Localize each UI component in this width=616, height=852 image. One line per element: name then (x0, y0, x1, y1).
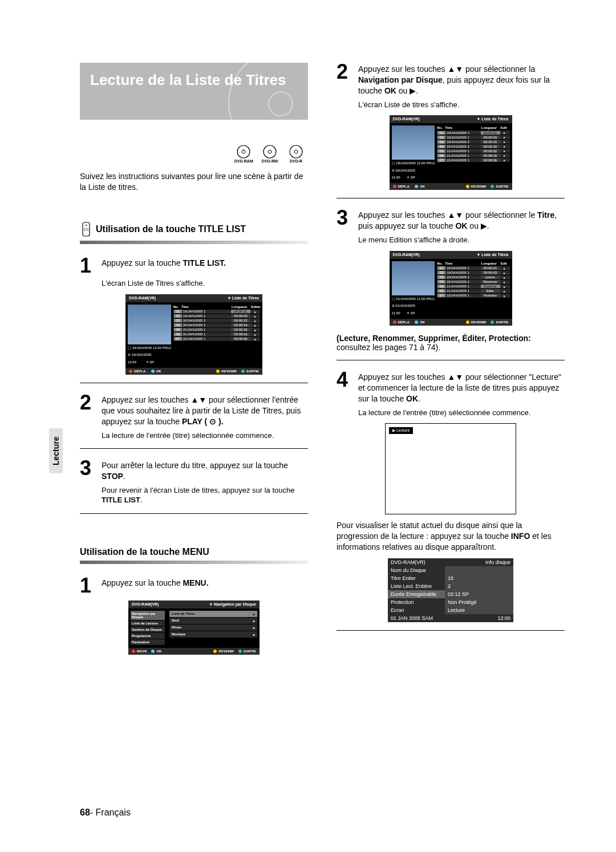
osd-preview-image (392, 125, 435, 160)
osd-row: 0219/JAN/2005 100:00:03▸ (437, 271, 509, 275)
nav-side-item: Programme (131, 633, 165, 639)
infodisc-row: Durée Enregistrable02:12 SP (388, 590, 513, 598)
intro-text: Suivez les instructions suivantes pour l… (80, 171, 308, 193)
step-2-sub: La lecture de l'entrée (titre) sélection… (102, 431, 308, 441)
page-number: 68 (80, 808, 90, 817)
osd-row: 0621/JAN/2005 100:08:16▸ (437, 153, 509, 157)
nav-main-item: Photo▸ (169, 624, 257, 631)
nav-side-item: Navigation par Disque (131, 611, 165, 620)
osd-row: 0119/JAN/2005 100:00:21▸ (173, 310, 260, 314)
disc-icon-dvdrw: DVD-RW (258, 145, 282, 165)
nav-main-item: Liste de Titres▸ (169, 611, 257, 617)
osd-row: 0420/JAN/2005 2Renommer▸ (437, 280, 509, 284)
section-heading-menu: Utilisation de la touche MENU (80, 547, 308, 557)
section-heading-titlelist: Utilisation de la touche TITLE LIST (80, 221, 308, 237)
infodisc-row: Titre Entier15 (388, 574, 513, 582)
osd-row: 0119/JAN/2005 100:00:21▸ (437, 266, 509, 270)
divider (80, 513, 308, 514)
osd-row: 0521/JAN/2005 100:06:32▸ (437, 149, 509, 153)
step-number: 3 (80, 459, 95, 482)
svg-point-4 (268, 150, 271, 153)
osd-row: 0320/JAN/2005 200:00:15▸ (173, 319, 260, 323)
side-tab: Lecture (49, 428, 63, 473)
remote-icon (80, 221, 92, 237)
osd-row: 0521/JAN/2005 1Supprimer▸ (437, 285, 509, 289)
svg-point-9 (84, 228, 85, 229)
svg-point-10 (86, 228, 87, 229)
playback-label: ▶ Lecture (389, 427, 413, 434)
page-title: Lecture de la Liste de Titres (90, 72, 298, 89)
svg-point-0 (237, 145, 250, 158)
nav-side-item: Paramétrer (131, 639, 165, 645)
nav-side-item: Gestion de Disque (131, 627, 165, 632)
disc-icon-dvdr: DVD-R (284, 145, 308, 165)
section-heading-text: Utilisation de la touche TITLE LIST (96, 224, 246, 234)
osd-row: 0119/JAN/2005 100:00:21▸ (437, 131, 509, 135)
right-step-3: 3 Appuyez sur les touches ▲▼ pour sélect… (337, 209, 565, 232)
right-step-2-sub: L'écran Liste de titres s'affiche. (358, 100, 565, 110)
osd-row: 0320/JAN/2005 200:00:15▸ (437, 140, 509, 144)
actions-note: (Lecture, Renommer, Supprimer, Éditer, P… (337, 334, 565, 352)
divider (80, 448, 308, 449)
page-language: - Français (90, 808, 131, 817)
section-underline (80, 241, 308, 244)
infodisc-row: EcranLecture (388, 606, 513, 614)
step-number: 2 (80, 393, 95, 427)
svg-rect-7 (83, 222, 90, 236)
osd-preview-image (392, 261, 435, 295)
osd-row: 0722/JAN/2005 1Protection▸ (437, 294, 509, 298)
step-1: 1 Appuyez sur la touche TITLE LIST. (80, 257, 308, 275)
step-number: 1 (80, 257, 95, 275)
step-number: 2 (337, 63, 351, 96)
page-footer: 68- Français (80, 808, 131, 818)
osd-row: 0219/JAN/2005 100:00:03▸ (437, 135, 509, 139)
disc-icon-dvdram: ● DVD-RAM (232, 145, 256, 165)
divider (337, 360, 565, 360)
osd-title-list-2: DVD-RAM(VR)✦ Liste de Titres ▢ 19/JAN/20… (390, 115, 512, 190)
compatible-disc-icons: ● DVD-RAM DVD-RW DVD-R (80, 145, 308, 165)
svg-point-5 (290, 145, 302, 158)
step-number: 4 (337, 371, 351, 404)
right-step-3-sub: Le menu Edition s'affiche à droite. (358, 235, 565, 245)
right-step-4: 4 Appuyez sur les touches ▲▼ pour sélect… (337, 371, 565, 404)
step-1-sub: L'écran Liste de Titres s'affiche. (102, 278, 308, 289)
osd-row: 0722/JAN/2005 100:09:36▸ (173, 337, 260, 341)
osd-row: 0420/JAN/2005 200:00:16▸ (173, 323, 260, 327)
osd-row: 0621/JAN/2005 100:08:16▸ (173, 332, 260, 336)
step-3-sub: Pour revenir à l'écran Liste de titres, … (102, 485, 308, 505)
osd-row: 0722/JAN/2005 100:09:36▸ (437, 158, 509, 162)
playback-preview-box: ▶ Lecture (385, 423, 516, 514)
svg-point-11 (87, 228, 88, 229)
osd-navigation: DVD-RAM(VR)✦ Navigation par Disque Navig… (128, 601, 260, 655)
nav-side-item: Liste de Lecture (131, 620, 165, 626)
nav-main-item: Musique▸ (169, 631, 257, 638)
page-title-block: Lecture de la Liste de Titres (80, 63, 308, 120)
step-number: 3 (337, 209, 351, 232)
osd-preview-image (128, 305, 171, 344)
osd-row: 0420/JAN/2005 200:00:16▸ (437, 144, 509, 148)
step-3: 3 Pour arrêter la lecture du titre, appu… (80, 459, 308, 482)
section-heading-text: Utilisation de la touche MENU (80, 547, 209, 557)
svg-point-8 (86, 225, 87, 226)
right-step-2: 2 Appuyez sur les touches ▲▼ pour sélect… (337, 63, 565, 96)
osd-title-list-1: DVD-RAM(VR)✦ Liste de Titres ▢ 19/JAN/20… (125, 294, 262, 375)
svg-text:●: ● (243, 148, 245, 151)
osd-row: 0320/JAN/2005 2Lecture▸ (437, 275, 509, 279)
osd-row: 0219/JAN/2005 100:00:03▸ (173, 314, 260, 318)
right-step-4-sub: La lecture de l'entrée (titre) sélection… (358, 408, 565, 418)
infodisc-row: Liste Lect. Entière2 (388, 582, 513, 590)
osd-row: 0621/JAN/2005 1Éditer▸ (437, 289, 509, 293)
osd-row: 0521/JAN/2005 100:06:32▸ (173, 328, 260, 332)
svg-point-14 (87, 230, 88, 231)
step-2: 2 Appuyez sur les touches ▲▼ pour sélect… (80, 393, 308, 427)
divider (337, 630, 565, 631)
step-number: 1 (80, 577, 95, 595)
infodisc-row: Nom du Disque (388, 566, 513, 574)
osd-info-disc: DVD-RAM(VR)Info disque Nom du DisqueTitr… (388, 558, 513, 622)
divider (337, 198, 565, 198)
svg-point-12 (84, 230, 85, 231)
svg-point-6 (294, 150, 298, 153)
divider (80, 383, 308, 383)
infodisc-row: ProtectionNon Protégé (388, 598, 513, 606)
svg-point-3 (264, 145, 276, 158)
